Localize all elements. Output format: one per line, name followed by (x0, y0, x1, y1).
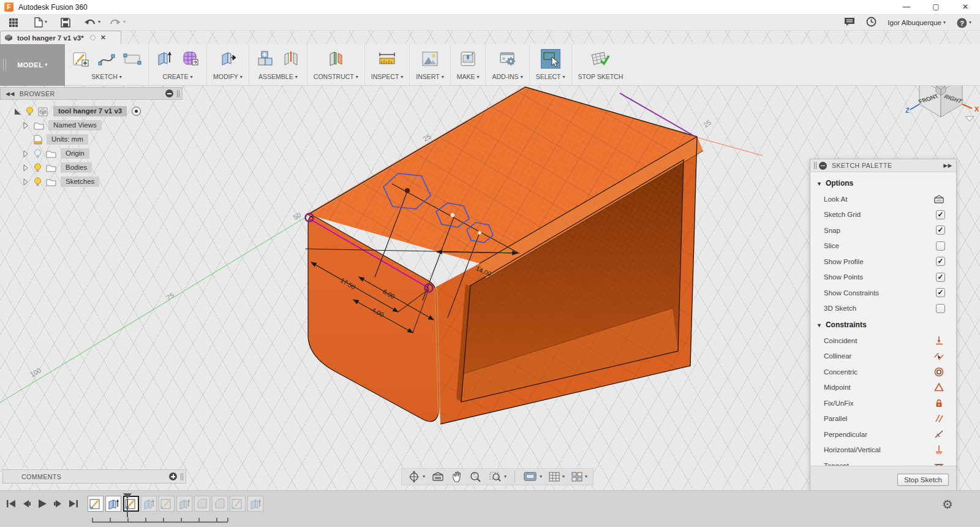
browser-item-label[interactable]: Sketches (61, 176, 99, 187)
spline-tool-button[interactable] (97, 49, 116, 69)
option-snap[interactable]: Snap (810, 222, 956, 238)
option-slice[interactable]: Slice (810, 238, 956, 254)
browser-root-row[interactable]: tool hanger 7 v1 v3 (0, 104, 183, 118)
browser-row-origin[interactable]: Origin (0, 146, 183, 161)
grid-settings[interactable] (546, 471, 567, 482)
browser-item-label[interactable]: Units: mm (47, 134, 88, 145)
go-to-start-button[interactable] (6, 499, 16, 509)
browser-row-named-views[interactable]: Named Views (0, 118, 183, 132)
undo-button[interactable] (84, 18, 100, 27)
expand-icon[interactable] (23, 178, 28, 186)
constraints-section-header[interactable]: Constraints (810, 316, 956, 333)
minimize-panel-icon[interactable] (819, 162, 827, 170)
option-show-profile[interactable]: Show Profile (810, 254, 956, 270)
workspace-switcher[interactable]: MODEL (0, 44, 65, 86)
drag-grip-icon[interactable] (177, 90, 179, 97)
root-component-label[interactable]: tool hanger 7 v1 v3 (53, 106, 127, 116)
checkbox[interactable] (936, 288, 945, 297)
user-menu[interactable]: Igor Albuquerque (888, 19, 946, 26)
timeline-settings-gear-icon[interactable]: ⚙ (942, 497, 953, 512)
collinear-icon[interactable] (933, 351, 945, 362)
timeline-feature-sketch[interactable] (230, 496, 246, 512)
look-at-icon[interactable] (933, 194, 945, 205)
checkbox[interactable] (936, 257, 945, 266)
coincident-icon[interactable] (933, 335, 945, 346)
file-menu-button[interactable] (34, 17, 47, 28)
sync-status-icon[interactable] (90, 35, 96, 40)
play-button[interactable] (37, 498, 48, 509)
browser-header[interactable]: ◀◀ BROWSER (0, 87, 183, 100)
browser-row-units[interactable]: Units: mm (0, 132, 183, 146)
timeline-feature-sketch[interactable] (88, 496, 104, 512)
stop-sketch-button[interactable]: Stop Sketch (897, 474, 949, 486)
option-show-constraints[interactable]: Show Constraints (810, 285, 956, 301)
collapse-panel-icon[interactable]: ◀◀ (6, 91, 15, 97)
constraint-concentric[interactable]: Concentric (810, 364, 956, 380)
constraint-midpoint[interactable]: Midpoint (810, 380, 956, 396)
help-menu[interactable]: ? (957, 18, 971, 28)
press-pull-button[interactable] (218, 49, 238, 69)
expand-icon[interactable] (15, 108, 21, 115)
insert-image-button[interactable] (420, 49, 440, 69)
constraint-collinear[interactable]: Collinear (810, 349, 956, 365)
extrude-button[interactable] (155, 49, 175, 69)
option-show-points[interactable]: Show Points (810, 270, 956, 286)
zoom-tool[interactable]: +− (467, 471, 484, 483)
option-3d-sketch[interactable]: 3D Sketch (810, 301, 956, 317)
checkbox[interactable] (936, 241, 945, 251)
job-status-icon[interactable] (866, 17, 876, 29)
expand-icon[interactable] (23, 122, 28, 129)
close-button[interactable]: ✕ (951, 0, 980, 15)
redo-button[interactable] (109, 18, 126, 27)
step-forward-button[interactable] (53, 499, 63, 509)
comments-icon[interactable] (844, 17, 855, 29)
comments-panel[interactable]: COMMENTS (2, 469, 186, 483)
visibility-bulb-icon[interactable] (34, 163, 42, 173)
collapse-panel-icon[interactable]: ▶▶ (943, 162, 952, 169)
look-at-tool[interactable] (429, 471, 447, 482)
viewports-settings[interactable] (569, 471, 589, 482)
go-to-end-button[interactable] (69, 499, 78, 509)
browser-item-label[interactable]: Origin (61, 148, 89, 159)
timeline-feature-extrude[interactable] (141, 496, 157, 512)
option-sketch-grid[interactable]: Sketch Grid (810, 207, 956, 223)
constraint-parallel[interactable]: Parallel (810, 411, 956, 427)
timeline-feature-extrude[interactable] (176, 496, 192, 512)
constraint-coincident[interactable]: Coincident (810, 333, 956, 349)
expand-icon[interactable] (23, 164, 28, 172)
step-back-button[interactable] (21, 499, 31, 509)
checkbox[interactable] (936, 304, 945, 313)
palette-header[interactable]: SKETCH PALETTE ▶▶ (810, 159, 956, 172)
checkbox[interactable] (936, 210, 945, 219)
timeline-feature-fillet[interactable] (194, 496, 210, 512)
browser-row-bodies[interactable]: Bodies (0, 161, 183, 175)
visibility-bulb-icon[interactable] (34, 177, 42, 187)
constraint-perpendicular[interactable]: Perpendicular (810, 427, 956, 442)
tab-close-icon[interactable]: ✕ (100, 34, 106, 42)
add-comment-icon[interactable] (169, 472, 177, 480)
parallel-icon[interactable] (933, 413, 945, 424)
midpoint-icon[interactable] (933, 382, 945, 393)
zoom-window-tool[interactable] (487, 471, 508, 483)
addins-button[interactable]: >_ (498, 49, 518, 69)
create-sketch-button[interactable] (71, 49, 91, 69)
constraint-fix-unfix[interactable]: Fix/UnFix (810, 395, 956, 411)
timeline-position-marker[interactable] (123, 493, 132, 517)
display-settings[interactable] (521, 471, 544, 482)
timeline-feature-extrude[interactable] (105, 496, 121, 512)
create-form-button[interactable] (181, 49, 200, 69)
perpendicular-icon[interactable] (933, 429, 945, 440)
concentric-icon[interactable] (933, 366, 945, 377)
app-grid-icon[interactable] (9, 18, 18, 28)
lock-icon[interactable] (933, 398, 945, 409)
visibility-bulb-icon[interactable] (34, 149, 42, 159)
checkbox[interactable] (936, 226, 945, 235)
drag-grip-icon[interactable] (814, 162, 816, 169)
browser-item-label[interactable]: Named Views (48, 120, 102, 131)
save-button[interactable] (61, 18, 70, 28)
option-look-at[interactable]: Look At (810, 191, 956, 207)
document-tab[interactable]: tool hanger 7 v1 v3* ✕ (0, 31, 121, 44)
timeline-feature-fillet[interactable] (212, 496, 228, 512)
constraint-horizontal-vertical[interactable]: Horizontal/Vertical (810, 442, 956, 458)
horizontal-vertical-icon[interactable] (933, 444, 945, 455)
